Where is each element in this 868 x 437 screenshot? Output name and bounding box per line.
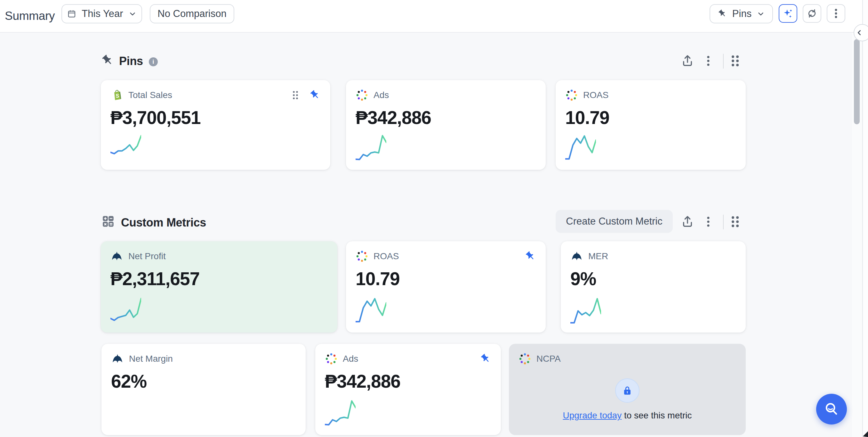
card-value: ₱3,700,551 bbox=[111, 107, 321, 128]
divider bbox=[723, 215, 724, 229]
triple-whale-icon bbox=[111, 250, 123, 263]
pin-icon[interactable] bbox=[480, 353, 491, 365]
page-title: Summary bbox=[5, 0, 55, 32]
calendar-icon bbox=[67, 9, 76, 19]
sparkline bbox=[570, 294, 601, 325]
kebab-icon[interactable] bbox=[704, 55, 713, 67]
chevron-down-icon bbox=[128, 10, 137, 18]
card-label: ROAS bbox=[583, 90, 609, 100]
card-value: ₱2,311,657 bbox=[111, 268, 328, 289]
export-icon[interactable] bbox=[680, 215, 694, 229]
metric-card-net-profit: Net Profit ₱2,311,657 bbox=[101, 241, 337, 332]
metric-card-mer: MER 9% bbox=[561, 241, 746, 332]
pin-icon[interactable] bbox=[525, 251, 536, 262]
drag-handle-icon[interactable] bbox=[291, 90, 300, 100]
custom-metrics-title: Custom Metrics bbox=[121, 216, 206, 229]
drag-grid-icon[interactable] bbox=[729, 215, 742, 228]
sparkline bbox=[355, 294, 386, 325]
card-label: MER bbox=[588, 251, 608, 261]
pin-icon bbox=[718, 9, 727, 19]
card-value: 9% bbox=[570, 268, 736, 289]
mouse-cursor bbox=[861, 430, 868, 437]
card-value: ₱342,886 bbox=[355, 107, 536, 128]
channels-icon bbox=[519, 352, 531, 365]
sparkle-icon bbox=[782, 8, 794, 19]
card-label: Ads bbox=[373, 90, 389, 100]
channels-icon bbox=[565, 89, 578, 101]
refresh-icon bbox=[807, 8, 817, 19]
sparkline bbox=[111, 294, 141, 325]
collapsed-side-panel bbox=[862, 0, 868, 437]
card-value: 10.79 bbox=[565, 107, 736, 128]
metric-card-roas-custom: ROAS 10.79 bbox=[346, 241, 546, 332]
sparkline bbox=[355, 132, 386, 162]
metric-card-net-margin: Net Margin 62% bbox=[101, 344, 306, 435]
triple-whale-icon bbox=[570, 250, 583, 263]
triple-whale-icon bbox=[111, 352, 124, 365]
search-icon bbox=[823, 401, 840, 417]
scrollbar-thumb[interactable] bbox=[854, 39, 860, 124]
svg-text:S: S bbox=[116, 93, 119, 99]
create-custom-metric-button[interactable]: Create Custom Metric bbox=[556, 210, 673, 233]
comparison-label: No Comparison bbox=[157, 8, 226, 20]
pins-dropdown-label: Pins bbox=[732, 8, 751, 20]
channels-icon bbox=[355, 89, 368, 101]
card-label: ROAS bbox=[373, 251, 399, 261]
comparison-button[interactable]: No Comparison bbox=[150, 4, 234, 23]
metric-card-ncpa-locked: NCPA Upgrade today to see this metric bbox=[509, 344, 746, 435]
topbar: Summary This Year No Comparison Pins bbox=[0, 0, 868, 33]
pins-section-title: Pinsi bbox=[119, 55, 158, 68]
panel-collapse-button[interactable] bbox=[854, 24, 868, 41]
sparkline bbox=[111, 132, 141, 162]
date-range-button[interactable]: This Year bbox=[61, 4, 142, 23]
channels-icon bbox=[325, 352, 338, 365]
pin-icon bbox=[101, 54, 114, 67]
sparkline bbox=[565, 132, 596, 162]
export-icon[interactable] bbox=[680, 54, 694, 68]
refresh-button[interactable] bbox=[803, 4, 821, 23]
ai-assistant-button[interactable] bbox=[779, 4, 797, 23]
lock-icon bbox=[615, 378, 640, 403]
upgrade-link[interactable]: Upgrade today bbox=[563, 410, 622, 420]
divider bbox=[723, 54, 724, 68]
pin-icon[interactable] bbox=[309, 89, 321, 101]
date-range-label: This Year bbox=[82, 8, 123, 20]
chevron-left-icon bbox=[856, 29, 863, 36]
card-label: Net Profit bbox=[128, 251, 166, 261]
card-value: 10.79 bbox=[355, 268, 536, 289]
card-value: ₱342,886 bbox=[325, 371, 491, 392]
upgrade-message: Upgrade today to see this metric bbox=[509, 410, 746, 421]
more-options-button[interactable] bbox=[827, 4, 845, 23]
sparkline bbox=[325, 397, 355, 427]
assistant-search-button[interactable] bbox=[816, 394, 847, 425]
channels-icon bbox=[355, 250, 368, 263]
card-value: 62% bbox=[111, 371, 296, 392]
metric-card-total-sales: S Total Sales ₱3,700,551 bbox=[101, 80, 330, 170]
kebab-icon[interactable] bbox=[704, 216, 713, 228]
card-label: Total Sales bbox=[128, 90, 172, 100]
card-label: Ads bbox=[343, 354, 358, 364]
chevron-down-icon bbox=[756, 10, 765, 18]
metric-card-ads: Ads ₱342,886 bbox=[346, 80, 546, 170]
metric-card-roas: ROAS 10.79 bbox=[556, 80, 746, 170]
drag-grid-icon[interactable] bbox=[729, 55, 742, 67]
pins-dropdown-button[interactable]: Pins bbox=[710, 4, 773, 23]
card-label: NCPA bbox=[536, 354, 561, 364]
info-icon[interactable]: i bbox=[149, 57, 158, 66]
calculator-icon bbox=[101, 215, 115, 228]
metric-card-ads-custom: Ads ₱342,886 bbox=[315, 344, 501, 435]
shopify-icon: S bbox=[111, 89, 123, 101]
card-label: Net Margin bbox=[129, 354, 173, 364]
kebab-icon bbox=[831, 8, 841, 19]
